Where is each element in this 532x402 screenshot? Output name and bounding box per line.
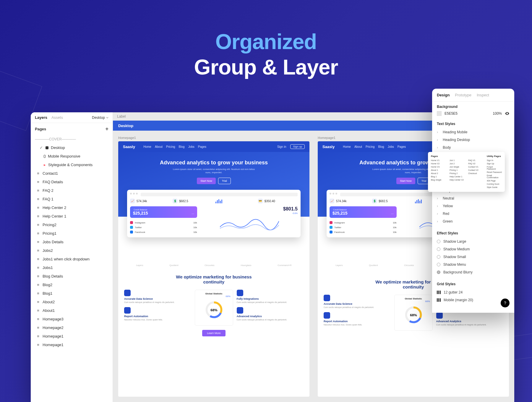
mega-menu[interactable]: Pages Home V1Home V2Home V3About 1About … xyxy=(428,152,505,192)
mega-item[interactable]: About 1 xyxy=(431,168,446,172)
nav-link[interactable]: Blog xyxy=(378,145,384,148)
layer-item[interactable]: ≡Contact1 xyxy=(31,169,113,178)
mega-item[interactable]: Sign In xyxy=(487,159,502,162)
layer-item[interactable]: ≡FAQ Details xyxy=(31,178,113,186)
nav-link[interactable]: Home xyxy=(143,145,151,148)
tab-inspect[interactable]: Inspect xyxy=(477,93,489,97)
style-item[interactable]: ›Heading Mobile xyxy=(437,128,510,136)
mega-item[interactable]: Job 2 xyxy=(450,162,465,165)
style-item[interactable]: Mobile (margin 20) xyxy=(437,296,510,304)
layer-item[interactable]: ≡Pricing1 xyxy=(31,229,113,238)
layer-item[interactable]: ≡Pricing2 xyxy=(31,221,113,229)
start-button[interactable]: Start Now xyxy=(396,178,415,184)
artboard-1[interactable]: Homepage1 Saasly Home About Pricing Blog… xyxy=(118,136,309,397)
mega-item[interactable]: Contact V2 xyxy=(468,168,483,172)
style-item[interactable]: Shadow Medium xyxy=(437,245,510,253)
style-item[interactable]: 12 gutter 24 xyxy=(437,288,510,296)
mega-item[interactable]: Help Center 1 xyxy=(450,175,465,178)
layer-item[interactable]: ≡FAQ 1 xyxy=(31,195,113,203)
tab-prototype[interactable]: Prototype xyxy=(455,93,471,97)
style-item[interactable]: ›Heading Desktop xyxy=(437,136,510,144)
mega-item[interactable]: Reset Password xyxy=(487,171,502,174)
style-item[interactable]: ›Yellow xyxy=(437,202,510,210)
style-item[interactable]: ›Green xyxy=(437,218,510,225)
style-item[interactable]: ›Red xyxy=(437,210,510,218)
mega-item[interactable]: Home V3 xyxy=(431,165,446,168)
eye-icon[interactable] xyxy=(505,111,510,116)
style-item[interactable]: Shadow Small xyxy=(437,253,510,261)
page-cover[interactable]: ————COVER———— xyxy=(31,135,113,143)
layer-item[interactable]: ≡Help Center 1 xyxy=(31,212,113,221)
layer-item[interactable]: ≡Jobs2 xyxy=(31,246,113,255)
nav-link[interactable]: Home xyxy=(343,145,351,148)
style-item[interactable]: Background Blurry xyxy=(437,268,510,276)
layer-item[interactable]: ≡Homepage1 xyxy=(31,341,113,349)
mega-item[interactable]: 404 Page xyxy=(487,179,502,182)
layer-item[interactable]: ≡Jobs Details xyxy=(31,238,113,246)
layer-item[interactable]: ≡Blog1 xyxy=(31,289,113,298)
background-opacity[interactable]: 100% xyxy=(493,111,502,116)
style-item[interactable]: ›Body xyxy=(437,144,510,151)
nav-link[interactable]: About xyxy=(155,145,163,148)
layer-item[interactable]: ≡Homepage3 xyxy=(31,315,113,323)
layer-item[interactable]: ≡Homepage1 xyxy=(31,332,113,341)
mega-item[interactable]: Pricing 2 xyxy=(450,172,465,175)
background-swatch[interactable] xyxy=(437,111,442,116)
mega-item[interactable]: Sign Up xyxy=(487,162,502,165)
nav-link[interactable]: Pages xyxy=(398,145,406,148)
nav-link[interactable]: Jobs xyxy=(188,145,194,148)
help-button[interactable]: ? xyxy=(501,299,510,307)
mega-item[interactable]: Job Single xyxy=(450,165,465,168)
mega-item[interactable]: Blog Single xyxy=(431,178,446,181)
mega-item[interactable]: FAQ V1 xyxy=(468,159,483,162)
mega-item[interactable]: FAQ V2 xyxy=(468,162,483,165)
headline-line1: Organized xyxy=(194,30,338,54)
layer-item[interactable]: ≡Jobs1 when click dropdown xyxy=(31,255,113,263)
tab-design[interactable]: Design xyxy=(437,93,450,97)
learn-more-button[interactable]: Learn More xyxy=(202,330,225,336)
mega-item[interactable]: Job 1 xyxy=(450,159,465,162)
style-item[interactable]: Shadow Menu xyxy=(437,261,510,268)
layer-item[interactable]: ≡Homepage2 xyxy=(31,323,113,332)
mega-item[interactable]: Style Guide xyxy=(487,186,502,189)
mega-item[interactable]: Coming Soon xyxy=(487,182,502,186)
tab-layers[interactable]: Layers xyxy=(35,115,47,120)
mega-item[interactable]: Home V2 xyxy=(431,162,446,165)
trial-button[interactable]: Trial xyxy=(218,178,231,184)
nav-link[interactable]: About xyxy=(354,145,362,148)
page-desktop[interactable]: ✓Desktop xyxy=(31,143,113,152)
nav-link[interactable]: Blog xyxy=(179,145,185,148)
canvas-page-selector[interactable]: Desktop xyxy=(92,116,108,120)
layer-item[interactable]: ≡Blog Details xyxy=(31,272,113,281)
nav-link[interactable]: Jobs xyxy=(388,145,394,148)
layer-item[interactable]: ≡About2 xyxy=(31,298,113,306)
mega-item[interactable]: About 2 xyxy=(431,172,446,175)
page-mobile[interactable]: Mobile Responsive xyxy=(31,152,113,161)
mega-item[interactable]: Forgot Password xyxy=(487,165,502,171)
layer-item[interactable]: ≡Help Center 2 xyxy=(31,203,113,212)
mega-item[interactable]: Home V1 xyxy=(431,159,446,162)
background-hex[interactable]: E5E5E5 xyxy=(445,111,458,116)
nav-link[interactable]: Pricing xyxy=(166,145,175,148)
signin-link[interactable]: Sign in xyxy=(277,145,286,148)
layer-item[interactable]: ≡FAQ 2 xyxy=(31,186,113,195)
layer-item[interactable]: ≡Jobs1 xyxy=(31,263,113,272)
start-button[interactable]: Start Now xyxy=(197,178,216,184)
mega-item[interactable]: Pricing 1 xyxy=(450,168,465,172)
mega-item[interactable]: Contact V1 xyxy=(468,165,483,168)
style-item[interactable]: Shadow Large xyxy=(437,238,510,245)
page-styleguide[interactable]: ▸Styleguide & Components xyxy=(31,161,113,169)
layer-item[interactable]: ≡Blog2 xyxy=(31,281,113,289)
nav-link[interactable]: Pages xyxy=(198,145,206,148)
nav-link[interactable]: Pricing xyxy=(366,145,375,148)
mega-item[interactable]: Email Confirmation xyxy=(487,174,502,179)
mega-item[interactable]: Checkout xyxy=(468,172,483,175)
mega-item[interactable]: Help Center V2 xyxy=(450,178,465,181)
mega-item[interactable]: Blog 1 xyxy=(431,175,446,178)
add-page-button[interactable]: + xyxy=(105,126,108,132)
style-item[interactable]: ›Neutral xyxy=(437,194,510,202)
layer-item[interactable]: ≡About1 xyxy=(31,306,113,315)
canvas-page-name: Desktop xyxy=(92,116,105,120)
tab-assets[interactable]: Assets xyxy=(51,115,63,120)
signup-button[interactable]: Sign up xyxy=(290,144,305,149)
